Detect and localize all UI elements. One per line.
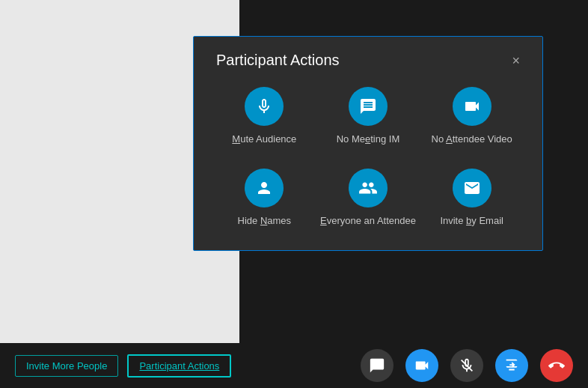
- modal-header: Participant Actions ×: [216, 52, 520, 69]
- modal-title: Participant Actions: [216, 52, 340, 69]
- mute-audience-action[interactable]: Mute Audience: [216, 87, 313, 146]
- mic-icon: [459, 357, 475, 374]
- share-button[interactable]: [495, 349, 528, 382]
- video-button[interactable]: [405, 349, 438, 382]
- everyone-an-attendee-action[interactable]: Everyone an Attendee: [320, 169, 417, 228]
- no-attendee-video-action[interactable]: No Attendee Video: [423, 87, 520, 146]
- mute-audience-label: Mute Audience: [232, 133, 296, 146]
- chat-icon: [369, 357, 385, 374]
- invite-by-email-action[interactable]: Invite by Email: [423, 169, 520, 228]
- no-attendee-video-icon: [453, 87, 491, 126]
- video-icon: [414, 357, 430, 374]
- hide-names-action[interactable]: Hide Names: [216, 169, 313, 228]
- hide-names-label: Hide Names: [238, 215, 292, 228]
- hide-names-icon: [245, 169, 284, 207]
- invite-more-people-button[interactable]: Invite More People: [15, 355, 118, 377]
- no-meeting-im-action[interactable]: No Meeting IM: [320, 87, 417, 146]
- no-attendee-video-label: No Attendee Video: [432, 133, 512, 146]
- bottom-bar: Invite More People Participant Actions: [0, 343, 588, 388]
- mic-button[interactable]: [450, 349, 483, 382]
- no-meeting-im-label: No Meeting IM: [337, 133, 400, 146]
- action-grid: Mute Audience No Meeting IM No Attendee …: [216, 87, 520, 228]
- close-button[interactable]: ×: [512, 54, 520, 67]
- chat-button[interactable]: [361, 349, 393, 382]
- share-icon: [503, 357, 520, 374]
- everyone-an-attendee-icon: [349, 169, 388, 207]
- no-meeting-im-icon: [349, 87, 388, 126]
- participant-actions-button[interactable]: Participant Actions: [127, 354, 231, 378]
- invite-by-email-label: Invite by Email: [440, 215, 503, 228]
- bottom-controls: [361, 349, 573, 382]
- end-call-icon: [548, 357, 565, 374]
- mute-audience-icon: [245, 87, 284, 126]
- participant-actions-dialog: Participant Actions × Mute Audience No M…: [193, 36, 543, 251]
- everyone-an-attendee-label: Everyone an Attendee: [320, 215, 416, 228]
- end-call-button[interactable]: [540, 349, 573, 382]
- invite-by-email-icon: [453, 169, 491, 207]
